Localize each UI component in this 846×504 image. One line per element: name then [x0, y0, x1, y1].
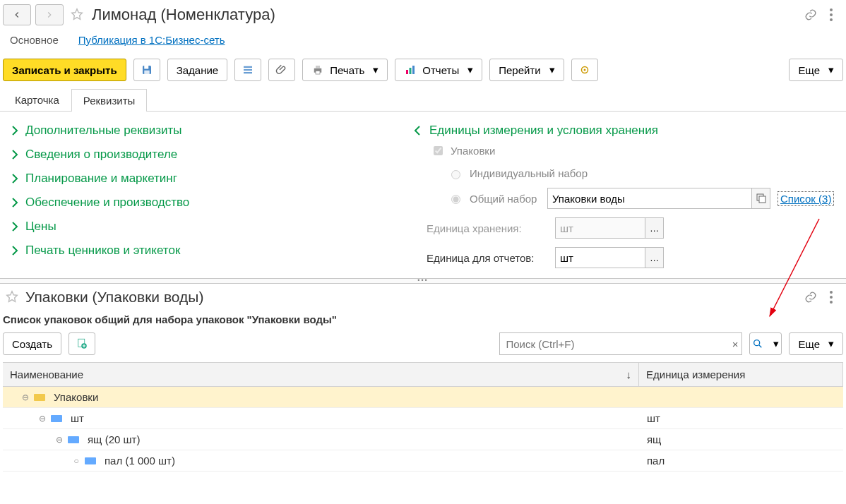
section-label: Единицы измерения и условия хранения	[429, 124, 658, 138]
chevron-down-icon: ▾	[549, 64, 555, 76]
chevron-down-icon: ▾	[828, 64, 834, 76]
section-supply[interactable]: Обеспечение и производство	[3, 191, 398, 215]
expand-toggle[interactable]: ○	[72, 457, 81, 465]
ellipsis-button[interactable]: …	[645, 248, 663, 268]
ellipsis-button[interactable]: …	[645, 218, 663, 238]
svg-rect-18	[759, 196, 765, 203]
svg-point-20	[830, 296, 833, 299]
print-label: Печать	[330, 64, 364, 76]
common-set-input[interactable]	[547, 188, 770, 209]
item-icon	[51, 415, 62, 422]
section-label: Обеспечение и производство	[25, 196, 189, 210]
svg-rect-12	[406, 70, 408, 74]
radio-label: Индивидуальный набор	[470, 167, 588, 179]
reports-button[interactable]: Отчеты ▾	[395, 59, 482, 81]
section-label: Сведения о производителе	[25, 148, 177, 162]
expand-toggle[interactable]: ⊖	[38, 414, 47, 423]
section-print-tags[interactable]: Печать ценников и этикеток	[3, 239, 398, 263]
list-view-button[interactable]	[234, 59, 261, 81]
link-icon[interactable]	[804, 290, 818, 304]
more-button-top[interactable]: Еще ▾	[789, 59, 843, 81]
section-label: Дополнительные реквизиты	[25, 124, 181, 138]
section-planning[interactable]: Планирование и маркетинг	[3, 167, 398, 191]
svg-point-21	[830, 301, 833, 304]
nav-publish[interactable]: Публикация в 1С:Бизнес-сеть	[78, 34, 225, 46]
item-icon	[85, 457, 96, 464]
reports-label: Отчеты	[422, 64, 459, 76]
lower-title: Упаковки (Упаковки воды)	[25, 289, 203, 306]
create-copy-button[interactable]	[68, 332, 95, 355]
svg-rect-4	[144, 66, 148, 69]
col-name[interactable]: Наименование ↓	[3, 363, 639, 386]
svg-rect-8	[244, 72, 252, 73]
item-icon	[34, 394, 45, 401]
table-row[interactable]: ⊖Упаковки	[3, 387, 843, 408]
svg-rect-6	[244, 66, 252, 68]
kebab-menu-icon[interactable]	[829, 290, 833, 304]
save-and-close-button[interactable]: Записать и закрыть	[3, 59, 126, 81]
svg-rect-11	[316, 71, 320, 75]
chevron-down-icon: ▾	[828, 337, 834, 350]
col-unit[interactable]: Единица измерения	[639, 363, 843, 386]
radio-individual	[451, 170, 460, 179]
svg-rect-10	[316, 66, 320, 68]
lower-desc: Список упаковок общий для набора упаково…	[3, 309, 843, 332]
section-additional-props[interactable]: Дополнительные реквизиты	[3, 119, 398, 143]
splitter[interactable]	[0, 278, 846, 284]
page-title: Лимонад (Номенклатура)	[92, 6, 275, 24]
goto-button[interactable]: Перейти ▾	[489, 59, 564, 81]
list-link[interactable]: Список (3)	[778, 191, 834, 206]
section-manufacturer[interactable]: Сведения о производителе	[3, 143, 398, 167]
table-row[interactable]: ⊖штшт	[3, 408, 843, 429]
create-button[interactable]: Создать	[3, 332, 61, 355]
storage-unit-label: Единица хранения:	[427, 222, 549, 234]
forward-button[interactable]	[35, 4, 64, 25]
section-prices[interactable]: Цены	[3, 215, 398, 239]
row-name: пал (1 000 шт)	[105, 455, 175, 467]
chevron-down-icon: ▾	[467, 64, 473, 76]
table-row[interactable]: ○пал (1 000 шт)пал	[3, 450, 843, 472]
search-input[interactable]	[499, 332, 742, 355]
packaging-checkbox[interactable]: Упаковки	[431, 144, 495, 157]
kebab-menu-icon[interactable]	[829, 8, 833, 22]
print-button[interactable]: Печать ▾	[302, 59, 388, 81]
tab-props[interactable]: Реквизиты	[71, 89, 148, 112]
back-button[interactable]	[3, 4, 31, 25]
section-label: Цены	[25, 220, 56, 234]
favorite-star-icon[interactable]	[3, 288, 21, 306]
task-button[interactable]: Задание	[167, 59, 228, 81]
row-name: шт	[71, 412, 84, 424]
col-name-label: Наименование	[10, 368, 83, 380]
expand-toggle[interactable]: ⊖	[21, 393, 30, 402]
tab-card[interactable]: Карточка	[3, 88, 71, 111]
search-button[interactable]: ▾	[749, 332, 782, 355]
attach-button[interactable]	[268, 59, 295, 81]
section-label: Печать ценников и этикеток	[25, 244, 180, 258]
svg-rect-13	[410, 68, 412, 74]
link-icon[interactable]	[804, 8, 818, 22]
save-button[interactable]	[133, 59, 160, 81]
settings-gear-button[interactable]	[571, 59, 598, 81]
checkbox-label: Упаковки	[451, 145, 495, 157]
item-icon	[68, 436, 79, 443]
svg-point-2	[830, 18, 833, 21]
expand-toggle[interactable]: ⊖	[55, 436, 64, 444]
svg-point-24	[754, 340, 760, 346]
more-label: Еще	[798, 338, 820, 350]
radio-common	[451, 195, 460, 204]
more-button-lower[interactable]: Еще ▾	[789, 332, 843, 355]
section-units-storage[interactable]: Единицы измерения и условия хранения	[412, 119, 843, 143]
nav-main[interactable]: Основное	[10, 34, 59, 46]
row-name: Упаковки	[54, 391, 98, 403]
svg-rect-14	[412, 66, 415, 74]
chevron-down-icon: ▾	[373, 64, 379, 76]
table-row[interactable]: ⊖ящ (20 шт)ящ	[3, 429, 843, 450]
svg-point-19	[830, 291, 833, 294]
clear-search-icon[interactable]: ×	[732, 338, 739, 350]
right-column: Единицы измерения и условия хранения Упа…	[412, 119, 843, 272]
open-list-button[interactable]	[751, 188, 770, 208]
report-unit-label: Единица для отчетов:	[427, 252, 549, 264]
left-column: Дополнительные реквизиты Сведения о прои…	[3, 119, 398, 272]
goto-label: Перейти	[499, 64, 540, 76]
favorite-star-icon[interactable]	[68, 6, 86, 24]
